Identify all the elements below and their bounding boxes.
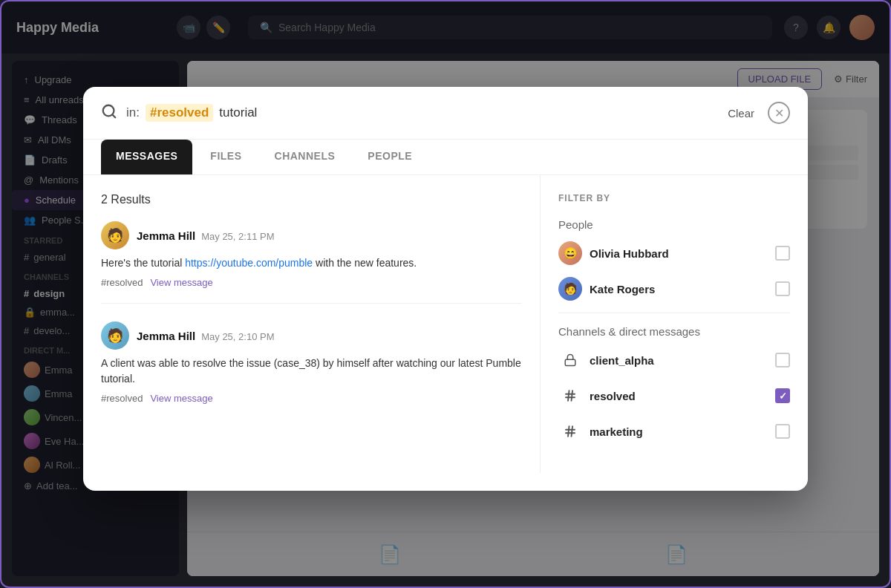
result-avatar-1: 🧑 [101, 221, 129, 249]
modal-body: 2 Results 🧑 Jemma Hill May 25, 2:11 PM H… [83, 175, 808, 473]
search-input-content[interactable]: in: #resolved tutorial [126, 104, 713, 122]
filter-item-marketing: marketing [558, 419, 790, 443]
filter-name-marketing: marketing [590, 425, 643, 438]
search-query-text: tutorial [219, 105, 257, 120]
search-bar[interactable]: in: #resolved tutorial Clear ✕ [83, 87, 808, 140]
tab-messages[interactable]: MESSAGES [101, 140, 192, 174]
filter-item-client-alpha: client_alpha [558, 348, 790, 372]
hash-icon-resolved [558, 384, 582, 408]
result-time-2: May 25, 2:10 PM [201, 331, 274, 342]
tab-files[interactable]: FILES [195, 140, 256, 174]
filter-avatar-kate: 🧑 [558, 277, 582, 301]
result-item: 🧑 Jemma Hill May 25, 2:11 PM Here's the … [101, 221, 522, 304]
filter-checkbox-olivia[interactable] [775, 246, 790, 261]
filter-item-olivia: 😄 Olivia Hubbard [558, 241, 790, 265]
search-icon [101, 103, 117, 123]
hash-icon-marketing [558, 419, 582, 443]
view-message-link-2[interactable]: View message [150, 393, 212, 404]
filter-item-resolved: resolved [558, 384, 790, 408]
filter-checkbox-resolved[interactable] [775, 388, 790, 403]
filter-people-title: People [558, 218, 790, 231]
filter-divider [558, 313, 790, 313]
filter-name-olivia: Olivia Hubbard [590, 247, 669, 260]
result-link-1[interactable]: https://youtube.com/pumble [185, 257, 313, 269]
result-avatar-2: 🧑 [101, 321, 129, 350]
filter-channels-title: Channels & direct messages [558, 325, 790, 338]
svg-line-1 [112, 114, 115, 117]
search-in-label: in: [126, 105, 140, 120]
result-author-2: Jemma Hill [137, 330, 195, 342]
lock-icon [558, 348, 582, 372]
svg-rect-2 [565, 359, 575, 365]
result-channel-1: #resolved [101, 277, 143, 288]
svg-line-6 [572, 391, 573, 401]
filter-checkbox-marketing[interactable] [775, 424, 790, 439]
filter-title: FILTER BY [558, 193, 790, 203]
result-time-1: May 25, 2:11 PM [201, 231, 274, 242]
filter-checkbox-kate[interactable] [775, 281, 790, 296]
view-message-link-1[interactable]: View message [150, 277, 212, 288]
results-panel: 2 Results 🧑 Jemma Hill May 25, 2:11 PM H… [83, 175, 541, 473]
tab-channels[interactable]: CHANNELS [260, 140, 350, 174]
result-text-1: Here's the tutorial https://youtube.com/… [101, 255, 522, 271]
results-count: 2 Results [101, 193, 522, 206]
result-channel-2: #resolved [101, 393, 143, 404]
result-text-2: A client was able to resolve the issue (… [101, 356, 522, 387]
filter-checkbox-client-alpha[interactable] [775, 353, 790, 368]
svg-line-9 [568, 426, 569, 437]
search-modal: in: #resolved tutorial Clear ✕ MESSAGES … [83, 87, 808, 491]
search-channel-tag: #resolved [146, 104, 213, 122]
tab-people[interactable]: PEOPLE [353, 140, 427, 174]
filter-name-kate: Kate Rogers [590, 283, 655, 295]
filter-avatar-olivia: 😄 [558, 241, 582, 265]
filter-panel: FILTER BY People 😄 Olivia Hubbard [541, 175, 808, 473]
filter-item-kate: 🧑 Kate Rogers [558, 277, 790, 301]
search-tabs: MESSAGES FILES CHANNELS PEOPLE [83, 140, 808, 175]
close-button[interactable]: ✕ [768, 102, 790, 124]
result-author-1: Jemma Hill [137, 229, 195, 242]
clear-button[interactable]: Clear [722, 104, 760, 122]
filter-name-resolved: resolved [590, 390, 636, 402]
svg-line-5 [568, 391, 569, 401]
svg-line-10 [572, 426, 573, 437]
filter-name-client-alpha: client_alpha [590, 354, 654, 367]
result-item-2: 🧑 Jemma Hill May 25, 2:10 PM A client wa… [101, 321, 522, 419]
